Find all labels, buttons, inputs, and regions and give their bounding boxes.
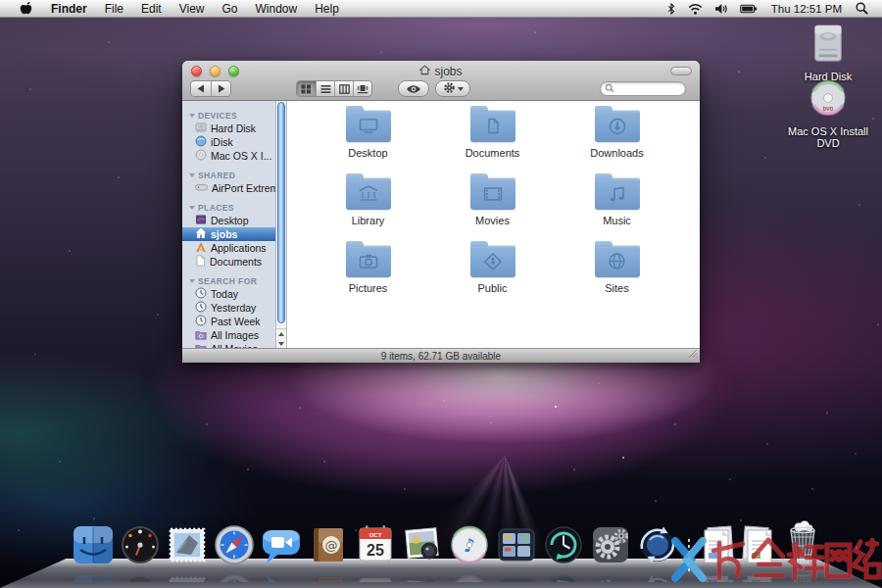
dock-item-itunes[interactable]: ♪♪ <box>447 522 492 582</box>
scrollbar-thumb[interactable] <box>277 102 285 323</box>
dock-item-address-book[interactable]: @@ <box>306 522 351 582</box>
back-button[interactable] <box>191 81 211 96</box>
software-update-icon <box>635 522 680 571</box>
cover-flow-view-button[interactable] <box>353 81 371 96</box>
sidebar-item-today[interactable]: Today <box>182 287 275 301</box>
column-view-button[interactable] <box>334 81 353 96</box>
wifi-icon[interactable] <box>682 0 709 17</box>
dock-reflection <box>118 571 163 582</box>
dock-reflection <box>71 571 116 582</box>
dock-item-ichat[interactable] <box>259 522 304 582</box>
dock-item-time-machine[interactable] <box>541 522 586 582</box>
menu-help[interactable]: Help <box>306 0 348 17</box>
menu-view[interactable]: View <box>171 0 214 17</box>
sidebar-section-devices[interactable]: DEVICES <box>182 109 275 122</box>
dock-item-software-update[interactable] <box>635 522 680 582</box>
volume-icon[interactable] <box>709 0 734 17</box>
window-title-text: sjobs <box>434 65 462 78</box>
desktop-picture-icon <box>195 214 207 227</box>
dock-item-downloads-stack[interactable] <box>739 522 778 582</box>
safari-icon <box>212 522 257 571</box>
finder-icon <box>71 522 116 571</box>
disclosure-triangle-icon <box>189 206 195 210</box>
pictures-folder-icon <box>346 245 391 277</box>
folder-desktop[interactable]: Desktop <box>306 107 430 174</box>
folder-label: Sites <box>605 282 628 294</box>
finder-window: sjobs DEVICESHard DiskiDiskMac OS X I...… <box>182 61 700 363</box>
toolbar-toggle-pill[interactable] <box>670 67 692 75</box>
folder-sites[interactable]: Sites <box>555 242 679 310</box>
sidebar-section-search-for[interactable]: SEARCH FOR <box>182 274 275 287</box>
dock-separator <box>682 521 696 582</box>
folder-movies[interactable]: Movies <box>430 174 555 242</box>
ical-icon: OCT25 <box>353 522 398 571</box>
dock-item-ical[interactable]: OCT25OCT25 <box>353 522 398 582</box>
scroll-up-button[interactable] <box>276 329 286 339</box>
folder-library[interactable]: Library <box>306 174 430 242</box>
menu-file[interactable]: File <box>96 0 132 17</box>
sidebar-item-documents[interactable]: Documents <box>182 255 275 269</box>
sidebar-item-mac-os-x-i-[interactable]: Mac OS X I... <box>182 149 275 163</box>
spotlight-search-icon[interactable] <box>850 0 874 17</box>
sidebar-item-hard-disk[interactable]: Hard Disk <box>182 122 275 135</box>
forward-button[interactable] <box>211 81 230 96</box>
sidebar-section-places[interactable]: PLACES <box>182 201 275 214</box>
desktop-icon-dvd[interactable]: DVDMac OS X Install DVD <box>779 78 877 149</box>
resize-grip[interactable] <box>687 348 698 361</box>
menu-window[interactable]: Window <box>247 0 307 17</box>
dock-item-mail[interactable] <box>165 522 210 582</box>
public-folder-icon <box>470 245 515 277</box>
dock-reflection <box>697 571 738 582</box>
folder-public[interactable]: Public <box>430 242 555 310</box>
folder-music[interactable]: Music <box>555 174 679 242</box>
dock-item-spaces[interactable] <box>494 522 539 582</box>
dock-item-iphoto[interactable] <box>400 522 445 582</box>
sidebar-item-yesterday[interactable]: Yesterday <box>182 301 275 315</box>
sidebar-item-all-images[interactable]: All Images <box>182 328 275 342</box>
dock-reflection <box>588 571 633 582</box>
sidebar-item-sjobs[interactable]: sjobs <box>182 227 275 241</box>
folder-pictures[interactable]: Pictures <box>306 242 430 310</box>
airport-icon <box>195 181 208 195</box>
svg-text:25: 25 <box>367 580 384 582</box>
downloads-folder-icon <box>595 110 640 142</box>
dock-item-safari[interactable] <box>212 522 257 582</box>
dock-item-system-preferences[interactable] <box>588 522 633 582</box>
menu-finder[interactable]: Finder <box>42 0 96 17</box>
dock-item-trash[interactable] <box>780 518 825 582</box>
sidebar-item-idisk[interactable]: iDisk <box>182 135 275 149</box>
battery-icon[interactable] <box>734 0 763 17</box>
list-view-button[interactable] <box>316 81 334 96</box>
scrollbar-arrows <box>276 328 286 348</box>
apple-icon[interactable] <box>10 0 42 17</box>
downloads-stack-icon <box>738 522 779 571</box>
window-header[interactable]: sjobs <box>182 61 700 101</box>
dock-item-finder[interactable] <box>71 522 116 582</box>
folder-documents[interactable]: Documents <box>430 107 555 174</box>
sidebar-item-desktop[interactable]: Desktop <box>182 214 275 227</box>
search-input[interactable] <box>600 81 686 96</box>
sidebar-item-applications[interactable]: Applications <box>182 241 275 255</box>
dock-reflection <box>494 571 539 582</box>
dock-item-dashboard[interactable] <box>118 522 163 582</box>
sidebar-scrollbar[interactable] <box>275 101 287 348</box>
folder-label: Public <box>478 282 508 294</box>
dock-reflection <box>779 571 826 582</box>
sidebar-item-past-week[interactable]: Past Week <box>182 315 275 328</box>
desktop-icon-harddisk[interactable]: Hard Disk <box>789 24 867 82</box>
sidebar-section-shared[interactable]: SHARED <box>182 169 275 181</box>
action-button[interactable] <box>435 80 470 97</box>
dock-item-documents-stack[interactable] <box>698 522 737 582</box>
menu-edit[interactable]: Edit <box>132 0 171 17</box>
menu-clock[interactable]: Thu 12:51 PM <box>763 3 850 15</box>
menu-go[interactable]: Go <box>214 0 247 17</box>
quick-look-button[interactable] <box>398 80 429 97</box>
icon-view-button[interactable] <box>297 81 316 96</box>
sidebar-item-airport-extreme[interactable]: AirPort Extreme <box>182 181 275 195</box>
movies-folder-icon <box>470 177 515 210</box>
eye-icon <box>406 80 421 98</box>
optical-disc-icon <box>195 149 207 163</box>
folder-downloads[interactable]: Downloads <box>555 107 679 174</box>
bluetooth-icon[interactable] <box>661 0 682 17</box>
sidebar-item-label: Past Week <box>211 316 261 327</box>
